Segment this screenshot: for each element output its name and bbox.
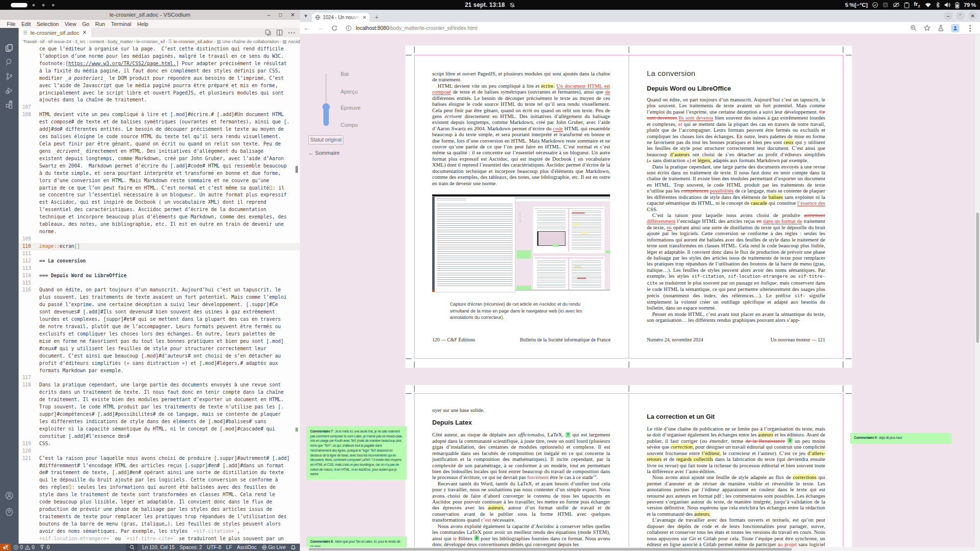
slider-knob[interactable] <box>322 103 330 111</box>
editor-line[interactable]: production de prévoir une phase de balis… <box>19 506 300 513</box>
editor-line[interactable]: ces balises éloigne le code source HTML … <box>19 133 300 141</box>
browser-restore-button[interactable]: ⌜ <box>956 11 965 20</box>
editor-line[interactable]: avoir des noms sémantiques. Par exemple,… <box>19 528 300 535</box>
editor-line[interactable]: plus souvent. Les traitements de texte a… <box>19 294 300 301</box>
tab-close-icon[interactable]: ✕ <box>82 29 87 36</box>
editor-line[interactable]: 118Dans la pratique cependant, une large… <box>19 382 300 389</box>
settings-gear-icon[interactable] <box>0 504 19 519</box>
back-button[interactable]: ← <box>300 24 314 31</box>
profile-avatar-icon[interactable] <box>951 24 959 32</box>
editor-line[interactable]: 109 <box>19 236 300 243</box>
breadcrumbs[interactable]: Travail›sif›sif-issue-24›3_src›content›b… <box>19 37 300 46</box>
menu-view[interactable]: View <box>62 21 79 27</box>
editor-line[interactable]: add]#de# différentes entités. Le besoin … <box>19 126 300 133</box>
editor-line[interactable]: Trop souvent, le code HTML produit par l… <box>19 404 300 411</box>
editor-line[interactable]: lourdes et complexes, [suppr]#et# qui se… <box>19 316 300 323</box>
go-live-button[interactable]: Go Live <box>259 545 289 550</box>
ports-indicator[interactable]: 0 <box>37 545 52 550</box>
menu-edit[interactable]: Edit <box>19 21 34 27</box>
remote-indicator[interactable] <box>0 544 11 551</box>
browser-minimize-button[interactable]: – <box>944 11 953 20</box>
editor-line[interactable]: traitements de texte pour remplacer les … <box>19 513 300 521</box>
editor-line[interactable]: 117 <box>19 374 300 382</box>
editor-line[interactable]: 112== La conversion <box>19 258 300 265</box>
browser-menu-kebab-icon[interactable]: ⋮ <box>966 24 974 33</box>
breadcrumb-item[interactable]: content <box>89 39 104 44</box>
editor-line[interactable]: gens _écrivent_ directement en HTML. Des… <box>19 148 300 155</box>
breadcrumb-item[interactable]: Travail <box>23 39 37 44</box>
new-tab-button[interactable]: ＋ <box>373 14 380 21</box>
reload-button[interactable] <box>327 25 342 31</box>
editor-line[interactable]: tableaux, des notes, une bibliographie, … <box>19 221 300 228</box>
editor-line[interactable]: à la fixité du média paginé, il faut don… <box>19 68 300 75</box>
account-icon[interactable] <box>0 488 19 503</box>
editor-line[interactable]: #différemment# l’encodage HTML des artic… <box>19 462 300 470</box>
site-info-icon[interactable] <box>345 25 352 31</box>
menu-terminal[interactable]: Terminal <box>108 21 135 27</box>
editor-line[interactable]: formats Markdown par exemple. <box>19 367 300 375</box>
breadcrumb-item[interactable]: Asciidoc, langa <box>288 39 300 44</box>
experiments-flask-icon[interactable] <box>937 24 944 31</box>
search-icon[interactable] <box>0 55 19 70</box>
vscodium-titlebar[interactable]: le-crosnier_sif.adoc - VSCodium – ◻ ✕ <box>0 10 300 20</box>
editor-line[interactable]: de traitement. Il existe bien des module… <box>19 396 300 404</box>
editor-line[interactable]: 119CSS. <box>19 440 300 448</box>
menu-file[interactable]: File <box>4 21 19 27</box>
editor-line[interactable]: est Asciidoc, qui est inspiré de Docbook… <box>19 199 300 206</box>
editor-line[interactable]: code beaucoup plus lisible, léger et ada… <box>19 499 300 506</box>
editor-line[interactable]: exploiter ni la capacité sémantique du H… <box>19 426 300 433</box>
editor-line[interactable]: norme. <box>19 228 300 236</box>
vertical-scrollbar[interactable] <box>975 34 980 547</box>
editor-line[interactable]: ajoutés dans la chaîne de traitement. <box>19 96 300 104</box>
menu-go[interactable]: Go <box>79 21 93 27</box>
more-actions-icon[interactable]: ⋯ <box>288 28 296 37</box>
editor-line[interactable]: +sif-locution-etrangere+` ou `+sif-titre… <box>19 535 300 543</box>
system-tray[interactable]: 5 %[−°C] A fr2 79 % <box>845 0 976 10</box>
editor-line[interactable]: 108HTML devient vite un peu compliqué à … <box>19 111 300 119</box>
vertical-scrollbar-thumb[interactable] <box>976 213 979 343</box>
source-control-icon[interactable] <box>0 69 19 84</box>
editor-line[interactable]: 120 <box>19 448 300 455</box>
clock-menu[interactable]: 21 sept. 13:18 <box>0 0 980 10</box>
editor-line[interactable]: qui le dépouille du bruit ajouté par les… <box>19 477 300 484</box>
open-changes-icon[interactable] <box>265 29 271 36</box>
browser-tab[interactable]: 1024 - Un nouveau m… ✕ <box>312 13 369 22</box>
explorer-icon[interactable] <box>0 41 19 55</box>
editor-line[interactable]: de# traitement de texte, [.add]#en# opér… <box>19 469 300 477</box>
breadcrumb-item[interactable]: sif-issue-24 <box>48 39 72 44</box>
menu-selection[interactable]: Selection <box>34 21 62 27</box>
editor-line[interactable]: modifier _a posteriori_ le DOM produit p… <box>19 75 300 82</box>
editor-line[interactable]: 115 <box>19 280 300 287</box>
language-mode-status[interactable]: AsciiDoc <box>234 545 259 550</box>
problems-indicator[interactable]: 0 0 <box>11 545 37 550</box>
editor-line[interactable]: mise en forme ne favorisent pas du tout … <box>19 338 300 345</box>
editor-line[interactable]: technique et incorpore beaucoup plus d’é… <box>19 214 300 221</box>
editor-line[interactable]: 113 <box>19 265 300 272</box>
editor-line[interactable]: #ceux# qui y utilisent les feuilles de s… <box>19 345 300 353</box>
menu-help[interactable]: Help <box>134 21 151 27</box>
editor-line[interactable]: ce que l’éditeur à organisé sur la page.… <box>19 46 300 53</box>
editor-line[interactable]: est composé# de texte et de balises symé… <box>19 119 300 126</box>
code-editor[interactable]: ce que l’éditeur à organisé sur la page.… <box>19 46 300 544</box>
forward-button[interactable]: → <box>314 24 327 31</box>
breadcrumb-item[interactable]: body_matter <box>108 39 133 44</box>
breadcrumb-item[interactable]: le-crosnier_sif <box>136 39 165 44</box>
editor-line[interactable]: style dans le traitement de texte sont t… <box>19 491 300 499</box>
editor-line[interactable]: Swartz en 2004. Markdown permet d’écrire… <box>19 163 300 170</box>
breadcrumb-item[interactable]: le-crosnier_sif.adoc <box>173 39 213 44</box>
address-bar[interactable]: localhost:8080/body_matter/le-crosnier_s… <box>345 25 477 31</box>
zoom-status-icon[interactable] <box>126 544 138 551</box>
breadcrumb-item[interactable]: sif <box>40 39 45 44</box>
editor-line[interactable]: l’adoption d’une norme pour les médias p… <box>19 53 300 60</box>
editor-line[interactable]: footnote:[https://www.w3.org/TR/CSS2/pag… <box>19 60 300 68</box>
horizontal-scrollbar[interactable] <box>300 547 980 551</box>
menu-run[interactable]: Run <box>92 21 108 27</box>
editor-line[interactable]: 116Quand on édite, on part toujours d’un… <box>19 287 300 294</box>
bookmark-star-icon[interactable] <box>924 24 931 31</box>
editor-line[interactable]: boutons de la barre de menu (gras, itali… <box>19 521 300 528</box>
extensions-icon[interactable] <box>0 97 19 112</box>
editor-line[interactable]: 107 <box>19 104 300 111</box>
encoding-status[interactable]: UTF-8 <box>204 545 223 550</box>
breadcrumb-item[interactable]: 3_src <box>74 39 86 44</box>
editor-line[interactable]: principalement avec le script libre et o… <box>19 90 300 97</box>
